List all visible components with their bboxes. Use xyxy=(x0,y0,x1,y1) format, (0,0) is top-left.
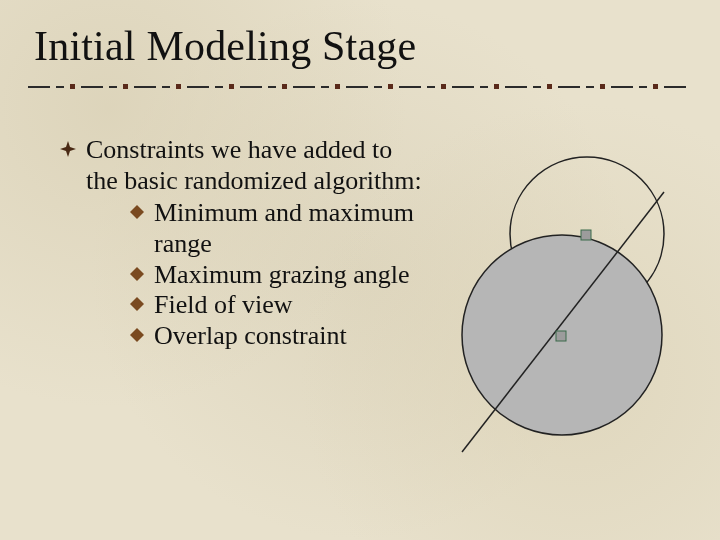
title-underline-decoration xyxy=(28,84,692,90)
star-bullet-icon xyxy=(60,141,76,157)
sub-bullet-4: Overlap constraint xyxy=(130,321,430,352)
bullet-main-text: Constraints we have added to the basic r… xyxy=(86,135,422,195)
sub-bullet-1-text: Minimum and maximum range xyxy=(154,198,414,258)
sub-bullet-3: Field of view xyxy=(130,290,430,321)
sub-bullet-4-text: Overlap constraint xyxy=(154,321,347,350)
body-content: Constraints we have added to the basic r… xyxy=(60,135,430,356)
bullet-main: Constraints we have added to the basic r… xyxy=(60,135,430,352)
diamond-bullet-icon xyxy=(130,267,144,281)
sub-bullet-2: Maximum grazing angle xyxy=(130,260,430,291)
diamond-bullet-icon xyxy=(130,205,144,219)
slide: Initial Modeling Stage Constraints we ha… xyxy=(0,0,720,540)
slide-title: Initial Modeling Stage xyxy=(34,22,416,70)
sub-bullet-3-text: Field of view xyxy=(154,290,293,319)
diamond-bullet-icon xyxy=(130,328,144,342)
svg-marker-0 xyxy=(60,141,76,157)
sub-bullet-2-text: Maximum grazing angle xyxy=(154,260,410,289)
svg-marker-4 xyxy=(130,328,144,342)
sub-bullet-list: Minimum and maximum range Maximum grazin… xyxy=(130,198,430,351)
svg-marker-1 xyxy=(130,205,144,219)
svg-marker-3 xyxy=(130,297,144,311)
marker-upper xyxy=(581,230,591,240)
diamond-bullet-icon xyxy=(130,297,144,311)
svg-marker-2 xyxy=(130,267,144,281)
constraint-diagram xyxy=(432,152,702,462)
sub-bullet-1: Minimum and maximum range xyxy=(130,198,430,259)
marker-lower xyxy=(556,331,566,341)
